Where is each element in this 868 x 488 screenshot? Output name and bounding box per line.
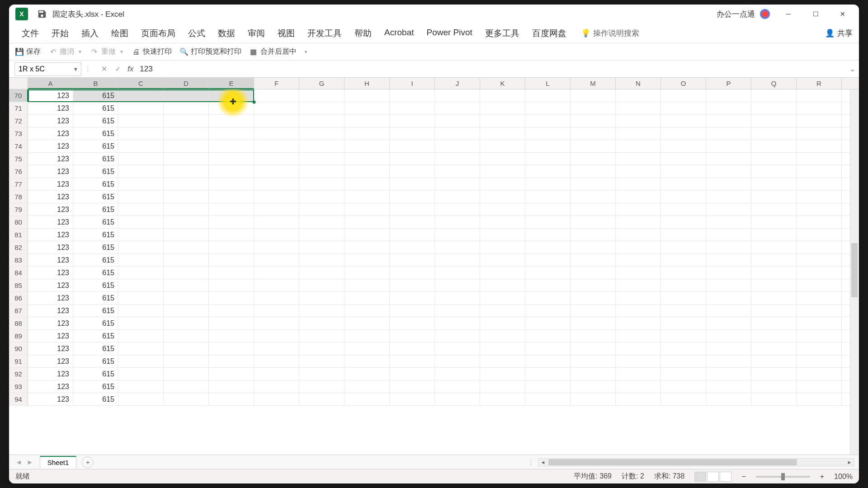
cell[interactable]	[254, 229, 299, 241]
cell[interactable]	[751, 380, 797, 393]
cell[interactable]	[344, 330, 390, 342]
cell[interactable]	[390, 380, 435, 393]
cell[interactable]	[299, 393, 344, 405]
cell[interactable]: 615	[73, 140, 118, 152]
save-icon[interactable]	[37, 9, 47, 19]
cell[interactable]	[299, 203, 344, 216]
cell[interactable]	[435, 153, 480, 165]
cell[interactable]	[706, 343, 751, 355]
cell[interactable]	[118, 393, 164, 405]
cell[interactable]	[435, 355, 480, 367]
cell[interactable]	[390, 317, 435, 329]
expand-formula-bar-icon[interactable]: ⌄	[845, 65, 859, 73]
cell[interactable]	[525, 330, 571, 342]
row-header[interactable]: 85	[9, 279, 28, 291]
column-header[interactable]: Q	[751, 78, 797, 89]
cell[interactable]	[525, 317, 571, 329]
cell[interactable]	[435, 165, 480, 178]
cell[interactable]: 123	[28, 178, 73, 190]
cell[interactable]	[480, 203, 525, 216]
cell[interactable]: 123	[28, 89, 73, 102]
tell-me-search[interactable]: 💡 操作说明搜索	[581, 28, 639, 38]
cell[interactable]	[254, 380, 299, 393]
cell[interactable]: 123	[28, 102, 73, 114]
cell[interactable]	[254, 267, 299, 279]
row-header[interactable]: 83	[9, 254, 28, 266]
cell[interactable]	[480, 102, 525, 114]
cell[interactable]	[299, 305, 344, 317]
cell[interactable]	[706, 241, 751, 253]
cell[interactable]	[525, 279, 571, 291]
cell[interactable]	[661, 241, 706, 253]
row-header[interactable]: 91	[9, 355, 28, 367]
cell[interactable]	[571, 267, 616, 279]
cell[interactable]	[344, 153, 390, 165]
cell[interactable]: 615	[73, 241, 118, 253]
cell[interactable]	[525, 241, 571, 253]
cell[interactable]	[797, 178, 842, 190]
cell[interactable]	[435, 241, 480, 253]
cell[interactable]	[344, 355, 390, 367]
cell[interactable]	[661, 292, 706, 304]
cell[interactable]	[435, 140, 480, 152]
column-header[interactable]: G	[299, 78, 344, 89]
column-header[interactable]: E	[209, 78, 254, 89]
cell[interactable]	[706, 216, 751, 228]
ribbon-tab[interactable]: 帮助	[348, 24, 378, 43]
cell[interactable]	[751, 216, 797, 228]
cell[interactable]	[525, 355, 571, 367]
cell[interactable]	[118, 380, 164, 393]
row-header[interactable]: 89	[9, 330, 28, 342]
save-button[interactable]: 💾 保存	[15, 47, 41, 56]
cell[interactable]	[164, 330, 209, 342]
cell[interactable]	[706, 380, 751, 393]
cell[interactable]	[164, 102, 209, 114]
cell[interactable]	[299, 229, 344, 241]
cell[interactable]	[390, 393, 435, 405]
selection-handle[interactable]	[253, 101, 255, 103]
cell[interactable]	[480, 229, 525, 241]
cell[interactable]	[164, 229, 209, 241]
cell[interactable]	[797, 330, 842, 342]
row-header[interactable]: 76	[9, 165, 28, 178]
cell[interactable]	[390, 191, 435, 203]
ribbon-tab[interactable]: 视图	[271, 24, 301, 43]
cell[interactable]	[209, 292, 254, 304]
cell[interactable]	[118, 216, 164, 228]
cell[interactable]	[661, 305, 706, 317]
cell[interactable]	[525, 191, 571, 203]
cell[interactable]	[435, 191, 480, 203]
cell[interactable]	[571, 216, 616, 228]
page-break-view-button[interactable]	[720, 472, 731, 482]
row-header[interactable]: 92	[9, 368, 28, 380]
cell[interactable]	[797, 267, 842, 279]
cell[interactable]	[571, 191, 616, 203]
cell[interactable]	[571, 368, 616, 380]
column-header[interactable]: C	[118, 78, 164, 89]
cell[interactable]	[254, 393, 299, 405]
cell[interactable]	[435, 380, 480, 393]
cell[interactable]	[797, 153, 842, 165]
cell[interactable]	[390, 178, 435, 190]
cell[interactable]	[164, 279, 209, 291]
row-header[interactable]: 74	[9, 140, 28, 152]
cell[interactable]	[616, 254, 661, 266]
cell[interactable]	[797, 216, 842, 228]
scroll-left-icon[interactable]: ◄	[538, 460, 547, 465]
split-handle-icon[interactable]: ⋮	[528, 458, 534, 466]
cell[interactable]	[797, 165, 842, 178]
page-layout-view-button[interactable]	[707, 472, 719, 482]
cell[interactable]	[616, 153, 661, 165]
cell[interactable]	[797, 127, 842, 140]
cell[interactable]	[299, 355, 344, 367]
cell[interactable]	[480, 89, 525, 102]
cell[interactable]	[344, 127, 390, 140]
cell[interactable]	[480, 165, 525, 178]
ribbon-tab[interactable]: 绘图	[105, 24, 135, 43]
quick-print-button[interactable]: 🖨 快速打印	[132, 47, 172, 56]
cell[interactable]	[661, 267, 706, 279]
cell[interactable]	[661, 102, 706, 114]
cell[interactable]	[706, 305, 751, 317]
cell[interactable]	[706, 279, 751, 291]
cell[interactable]	[209, 279, 254, 291]
